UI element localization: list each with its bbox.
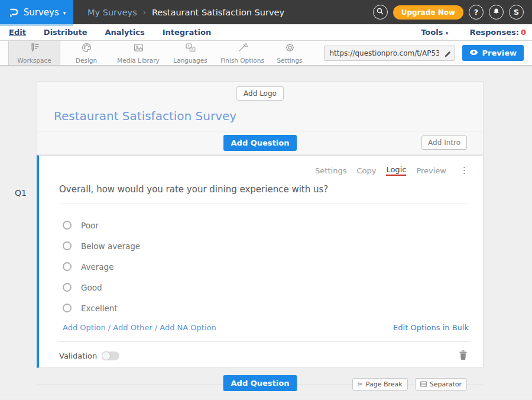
section-bottom-edge <box>0 395 532 395</box>
footer-buttons: ✂ Page Break Separator <box>352 378 467 391</box>
tab-integration[interactable]: Integration <box>163 28 211 37</box>
trash-icon[interactable] <box>459 350 468 362</box>
add-logo-button[interactable]: Add Logo <box>236 86 284 101</box>
edit-pencil-icon[interactable] <box>444 49 452 60</box>
question-logic-action[interactable]: Logic <box>386 165 406 176</box>
kebab-menu-icon[interactable]: ⋮ <box>460 165 469 176</box>
tabs: Edit Distribute Analytics Integration <box>0 28 211 37</box>
option-row: Excellent <box>63 298 469 318</box>
radio-button[interactable] <box>63 241 72 250</box>
survey-header-section: Add Logo Restaurant Satisfaction Survey <box>37 81 484 131</box>
toolbar-item-label: Media Library <box>117 57 160 64</box>
toolbar-item-label: Settings <box>277 57 302 64</box>
responses-counter[interactable]: Responses:0 <box>469 28 526 37</box>
question-preview-action[interactable]: Preview <box>416 166 446 175</box>
edit-options-in-bulk-link[interactable]: Edit Options in Bulk <box>393 323 469 332</box>
toolbar-item-label: Languages <box>173 57 207 64</box>
toolbar-item-label: Finish Options <box>220 57 264 64</box>
separator-button[interactable]: Separator <box>415 378 467 391</box>
separator-icon <box>420 381 427 388</box>
media-library-icon <box>133 42 144 56</box>
tools-dropdown[interactable]: Tools ▾ <box>421 28 448 37</box>
toolbar-item-label: Design <box>76 57 97 64</box>
option-label[interactable]: Excellent <box>81 304 118 313</box>
validation-toggle[interactable] <box>102 351 119 360</box>
question-actions: Settings Copy Logic Preview ⋮ <box>59 165 469 176</box>
active-tab-strip <box>0 24 73 26</box>
survey-title[interactable]: Restaurant Satisfaction Survey <box>54 109 236 123</box>
radio-button[interactable] <box>63 283 72 292</box>
option-links-row: Add Option / Add Other / Add NA Option E… <box>59 323 469 332</box>
avatar-initial: S <box>514 8 519 17</box>
search-icon <box>376 7 384 17</box>
answer-options: Poor Below average Average Good Excellen… <box>59 215 469 318</box>
add-intro-button[interactable]: Add Intro <box>421 136 467 150</box>
chevron-down-icon: ▾ <box>63 10 66 16</box>
notifications-button[interactable] <box>489 5 504 20</box>
toolbar-finish-options[interactable]: Finish Options <box>216 41 268 65</box>
toolbar-workspace[interactable]: Workspace <box>8 41 60 65</box>
magic-wand-icon <box>237 42 248 56</box>
responses-count: 0 <box>521 28 526 37</box>
question-copy-action[interactable]: Copy <box>356 166 376 175</box>
workspace-content: Q1 Add Logo Restaurant Satisfaction Surv… <box>0 66 532 400</box>
tab-analytics[interactable]: Analytics <box>105 28 145 37</box>
radio-button[interactable] <box>63 304 72 312</box>
option-label[interactable]: Good <box>81 283 102 292</box>
breadcrumb-separator-icon: › <box>143 8 146 17</box>
question-settings-action[interactable]: Settings <box>315 166 346 175</box>
toolbar-item-label: Workspace <box>17 57 51 64</box>
help-icon: ? <box>474 8 479 17</box>
slash-separator: / <box>108 323 111 332</box>
search-button[interactable] <box>373 5 388 20</box>
toolbar-media-library[interactable]: Media Library <box>112 41 164 65</box>
radio-button[interactable] <box>63 262 72 271</box>
survey-url-input[interactable] <box>324 46 455 61</box>
option-row: Below average <box>63 236 469 256</box>
add-na-option-link[interactable]: Add NA Option <box>160 323 216 332</box>
languages-icon: x̂ A <box>185 42 196 56</box>
toolbar-design[interactable]: Design <box>60 41 112 65</box>
svg-text:A: A <box>191 47 194 51</box>
add-question-button-top[interactable]: Add Question <box>223 135 297 151</box>
upgrade-now-button[interactable]: Upgrade Now <box>393 5 463 20</box>
breadcrumb: My Surveys › Restaurant Satisfaction Sur… <box>87 8 284 17</box>
help-button[interactable]: ? <box>469 5 484 20</box>
add-question-row-top: Add Question Add Intro <box>37 131 484 155</box>
slash-separator: / <box>155 323 157 332</box>
breadcrumb-my-surveys[interactable]: My Surveys <box>87 8 137 17</box>
survey-tabbar: Edit Distribute Analytics Integration To… <box>0 24 532 41</box>
toolbar-languages[interactable]: x̂ A Languages <box>164 41 216 65</box>
add-question-row-bottom: Add Question ✂ Page Break Separator <box>37 373 484 397</box>
preview-button[interactable]: Preview <box>462 45 524 61</box>
survey-editor-card: Add Logo Restaurant Satisfaction Survey … <box>37 66 484 397</box>
page-break-button[interactable]: ✂ Page Break <box>352 378 408 391</box>
avatar[interactable]: S <box>509 5 524 20</box>
tab-edit[interactable]: Edit <box>9 28 26 37</box>
settings-gear-icon <box>284 42 296 56</box>
add-question-button-bottom[interactable]: Add Question <box>223 375 297 391</box>
option-row: Poor <box>63 215 469 236</box>
header-actions: Upgrade Now ? S <box>373 5 532 20</box>
surveys-product-menu[interactable]: Surveys ▾ <box>0 0 73 24</box>
validation-row: Validation <box>59 341 469 362</box>
product-label: Surveys <box>24 7 59 18</box>
design-palette-icon <box>81 42 92 56</box>
add-option-link[interactable]: Add Option <box>63 323 106 332</box>
chevron-down-icon: ▾ <box>446 30 449 36</box>
option-label[interactable]: Poor <box>81 221 99 230</box>
option-label[interactable]: Below average <box>81 241 140 251</box>
add-option-links: Add Option / Add Other / Add NA Option <box>63 323 216 332</box>
option-row: Average <box>63 256 469 277</box>
option-label[interactable]: Average <box>81 262 113 272</box>
add-other-link[interactable]: Add Other <box>113 323 152 332</box>
toolbar-settings[interactable]: Settings <box>268 41 311 65</box>
toolbar-items: Workspace Design Media Library <box>8 41 311 65</box>
radio-button[interactable] <box>63 221 72 230</box>
question-text[interactable]: Overall, how would you rate your dining … <box>59 184 469 204</box>
survey-url-wrap <box>324 46 455 61</box>
question-card: Settings Copy Logic Preview ⋮ Overall, h… <box>37 155 484 368</box>
questionpro-logo-icon <box>8 7 20 18</box>
tabbar-right: Tools ▾ Responses:0 <box>421 28 532 37</box>
tab-distribute[interactable]: Distribute <box>44 28 87 37</box>
